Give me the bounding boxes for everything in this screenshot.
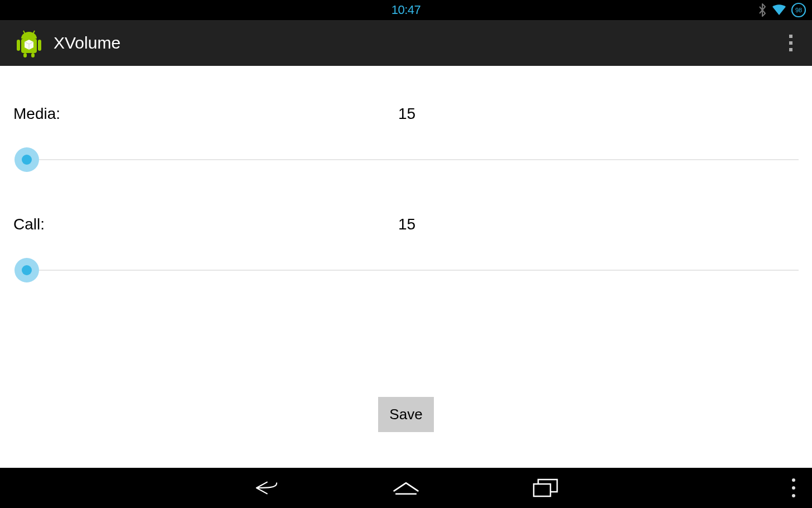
wifi-icon [772, 4, 786, 16]
app-title: XVolume [54, 33, 120, 52]
svg-rect-1 [17, 40, 20, 51]
overflow-dot-icon [789, 35, 792, 38]
overflow-menu-button[interactable] [780, 29, 802, 57]
recent-apps-button[interactable] [531, 477, 559, 499]
back-button[interactable] [253, 477, 281, 499]
overflow-dot-icon [789, 48, 792, 51]
media-slider[interactable] [13, 147, 799, 172]
slider-track [25, 270, 799, 271]
svg-line-7 [33, 31, 35, 34]
nav-dot-icon [792, 478, 795, 482]
svg-rect-4 [23, 53, 27, 57]
save-row: Save [13, 397, 799, 432]
call-slider[interactable] [13, 258, 799, 282]
action-bar: XVolume [0, 20, 812, 66]
slider-thumb[interactable] [14, 147, 39, 172]
navigation-bar [0, 468, 812, 508]
nav-dot-icon [792, 486, 795, 490]
status-right-cluster: 98 [757, 2, 806, 18]
app-icon [13, 27, 45, 59]
slider-thumb[interactable] [14, 258, 39, 282]
nav-dot-icon [792, 494, 795, 497]
svg-rect-2 [38, 40, 41, 51]
svg-rect-11 [534, 484, 550, 496]
call-label: Call: [13, 215, 398, 233]
svg-line-6 [23, 31, 25, 34]
media-row-labels: Media: 15 [13, 105, 799, 123]
status-clock: 10:47 [392, 3, 421, 17]
media-label: Media: [13, 105, 398, 123]
home-button[interactable] [392, 477, 420, 499]
nav-overflow-button[interactable] [792, 478, 795, 497]
main-content: Media: 15 Call: 15 Save [0, 66, 812, 432]
status-bar: 10:47 98 [0, 0, 812, 20]
bluetooth-icon [757, 3, 767, 17]
battery-icon: 98 [791, 2, 806, 18]
call-value: 15 [398, 215, 799, 233]
media-value: 15 [398, 105, 799, 123]
battery-pct: 98 [795, 7, 802, 13]
call-row-labels: Call: 15 [13, 215, 799, 233]
slider-track [25, 159, 799, 160]
overflow-dot-icon [789, 41, 792, 45]
svg-rect-5 [31, 53, 35, 57]
save-button[interactable]: Save [378, 397, 433, 432]
